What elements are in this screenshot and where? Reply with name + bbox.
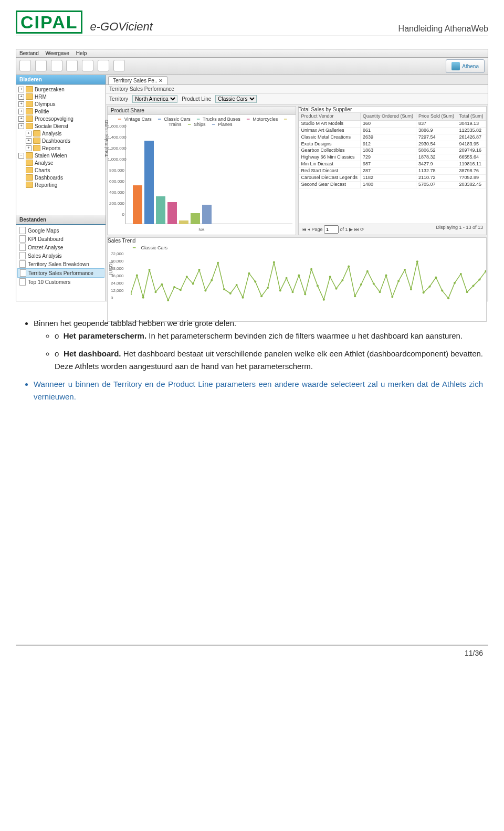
tree-item[interactable]: +Politie bbox=[17, 108, 104, 115]
toolbar: Athena bbox=[16, 58, 488, 75]
tree-item[interactable]: +Sociale Dienst bbox=[17, 122, 104, 130]
folder-icon bbox=[26, 160, 33, 166]
bestanden-panel-header[interactable]: Bestanden bbox=[16, 215, 106, 225]
table-row[interactable]: Red Start Diecast2871132.7838798.76 bbox=[299, 168, 486, 175]
svg-point-34 bbox=[341, 279, 343, 281]
pager-prev-icon[interactable]: ◀ bbox=[308, 227, 310, 232]
pager-refresh-icon[interactable]: ⟳ bbox=[360, 227, 364, 232]
file-item[interactable]: Territory Sales Performance bbox=[17, 268, 104, 278]
folder-icon bbox=[26, 93, 33, 100]
toolbar-btn-5[interactable] bbox=[82, 60, 93, 71]
pager-next-icon[interactable]: ▶ bbox=[349, 227, 353, 232]
territory-select[interactable]: North America bbox=[132, 95, 177, 103]
tree-item[interactable]: +HRM bbox=[17, 93, 104, 100]
nav-tree[interactable]: +Burgerzaken+HRM+Olympus+Politie+Proceso… bbox=[16, 85, 106, 215]
file-item[interactable]: Omzet Analyse bbox=[17, 243, 104, 251]
tree-item[interactable]: Analyse bbox=[17, 159, 104, 166]
sales-trend-title: Sales Trend bbox=[108, 238, 486, 244]
expand-icon[interactable]: + bbox=[26, 145, 32, 151]
toolbar-btn-1[interactable] bbox=[19, 60, 31, 71]
svg-point-35 bbox=[348, 265, 350, 267]
collapse-icon[interactable]: − bbox=[18, 153, 24, 159]
table-row[interactable]: Carousel DieCast Legends11822110.7277052… bbox=[299, 175, 486, 182]
file-item[interactable]: Territory Sales Breakdown bbox=[17, 260, 104, 268]
tree-item[interactable]: +Analysis bbox=[17, 130, 104, 137]
folder-icon bbox=[33, 138, 40, 144]
expand-icon[interactable]: + bbox=[26, 138, 32, 144]
tree-item[interactable]: +Procesopvolging bbox=[17, 115, 104, 122]
expand-icon[interactable]: + bbox=[18, 123, 24, 129]
toolbar-btn-7[interactable] bbox=[113, 60, 125, 71]
toolbar-btn-3[interactable] bbox=[51, 60, 62, 71]
table-header[interactable]: Product Vendor bbox=[299, 113, 360, 121]
svg-point-25 bbox=[286, 277, 288, 279]
svg-point-20 bbox=[254, 280, 256, 282]
svg-point-27 bbox=[298, 275, 300, 277]
pager-last-icon[interactable]: ⏭ bbox=[354, 227, 359, 232]
toolbar-btn-6[interactable] bbox=[98, 60, 109, 71]
table-row[interactable]: Exoto Designs9122930.5494183.95 bbox=[299, 141, 486, 148]
tree-item[interactable]: Charts bbox=[17, 166, 104, 174]
close-icon[interactable]: ✕ bbox=[159, 78, 163, 83]
svg-point-3 bbox=[149, 269, 151, 271]
expand-icon[interactable]: + bbox=[18, 87, 24, 92]
expand-icon[interactable]: + bbox=[18, 101, 24, 107]
supplier-table[interactable]: Product VendorQuantity Ordered (Sum)Pric… bbox=[299, 112, 487, 188]
tree-item[interactable]: +Reports bbox=[17, 144, 104, 152]
menu-weergave[interactable]: Weergave bbox=[45, 50, 69, 56]
table-row[interactable]: Min Lin Diecast9873427.9119816.11 bbox=[299, 161, 486, 168]
expand-icon[interactable]: + bbox=[26, 131, 32, 136]
bar bbox=[179, 220, 188, 224]
tab-territory-sales[interactable]: Territory Sales Pe.. ✕ bbox=[108, 76, 167, 85]
tree-item[interactable]: +Dashboards bbox=[17, 137, 104, 144]
table-row[interactable]: Highway 66 Mini Classics7291878.3266555.… bbox=[299, 154, 486, 161]
table-header[interactable]: Quantity Ordered (Sum) bbox=[360, 113, 416, 121]
expand-icon[interactable]: + bbox=[18, 116, 24, 122]
table-row[interactable]: Classic Metal Creations26397297.54261426… bbox=[299, 134, 486, 141]
svg-point-12 bbox=[204, 290, 206, 292]
file-item[interactable]: Google Maps bbox=[17, 226, 104, 235]
file-item[interactable]: Sales Analysis bbox=[17, 251, 104, 260]
folder-icon bbox=[26, 86, 33, 92]
bestanden-list[interactable]: Google MapsKPI DashboardOmzet AnalyseSal… bbox=[16, 225, 106, 301]
table-row[interactable]: Unimax Art Galleries8613886.9112335.82 bbox=[299, 127, 486, 134]
svg-point-47 bbox=[423, 292, 425, 294]
svg-point-9 bbox=[186, 276, 188, 278]
svg-point-49 bbox=[435, 277, 437, 279]
pager-first-icon[interactable]: ⏮ bbox=[302, 227, 307, 232]
toolbar-btn-4[interactable] bbox=[66, 60, 78, 71]
bladeren-panel-header[interactable]: Bladeren bbox=[16, 75, 106, 85]
tree-item[interactable]: +Olympus bbox=[17, 100, 104, 108]
productline-select[interactable]: Classic Cars bbox=[215, 95, 257, 103]
expand-icon[interactable]: + bbox=[18, 94, 24, 100]
table-header[interactable]: Total (Sum) bbox=[457, 113, 486, 121]
svg-point-44 bbox=[404, 269, 406, 271]
tab-bar: Territory Sales Pe.. ✕ bbox=[106, 75, 488, 85]
table-row[interactable]: Second Gear Diecast14805705.07203382.45 bbox=[299, 181, 486, 188]
table-row[interactable]: Studio M Art Models36083730419.13 bbox=[299, 120, 486, 127]
toolbar-btn-2[interactable] bbox=[35, 60, 47, 71]
tree-item[interactable]: Dashboards bbox=[17, 174, 104, 181]
table-header[interactable]: Price Sold (Sum) bbox=[416, 113, 457, 121]
tree-item[interactable]: +Burgerzaken bbox=[17, 86, 104, 93]
file-item[interactable]: KPI Dashboard bbox=[17, 235, 104, 243]
table-row[interactable]: Gearbox Collectibles18635806.52209749.16 bbox=[299, 148, 486, 154]
tree-item[interactable]: Reporting bbox=[17, 181, 104, 188]
bar bbox=[202, 205, 212, 224]
svg-point-43 bbox=[397, 280, 400, 282]
athena-button[interactable]: Athena bbox=[446, 59, 485, 73]
svg-point-21 bbox=[260, 295, 262, 297]
svg-point-38 bbox=[366, 270, 369, 272]
page-footer: 11/36 bbox=[16, 645, 488, 660]
sales-trend-chart: ━ Classic Cars 72,00060,00048,00036,0002… bbox=[108, 244, 486, 321]
menu-help[interactable]: Help bbox=[76, 50, 87, 56]
tree-item[interactable]: −Stalen Wielen bbox=[17, 152, 104, 159]
document-icon bbox=[19, 252, 26, 259]
pager-page-input[interactable] bbox=[324, 225, 339, 234]
file-item[interactable]: Top 10 Customers bbox=[17, 278, 104, 286]
expand-icon[interactable]: + bbox=[18, 109, 24, 114]
menu-bestand[interactable]: Bestand bbox=[19, 50, 39, 56]
document-icon bbox=[19, 244, 26, 251]
svg-point-8 bbox=[180, 289, 182, 291]
svg-point-2 bbox=[142, 297, 144, 299]
